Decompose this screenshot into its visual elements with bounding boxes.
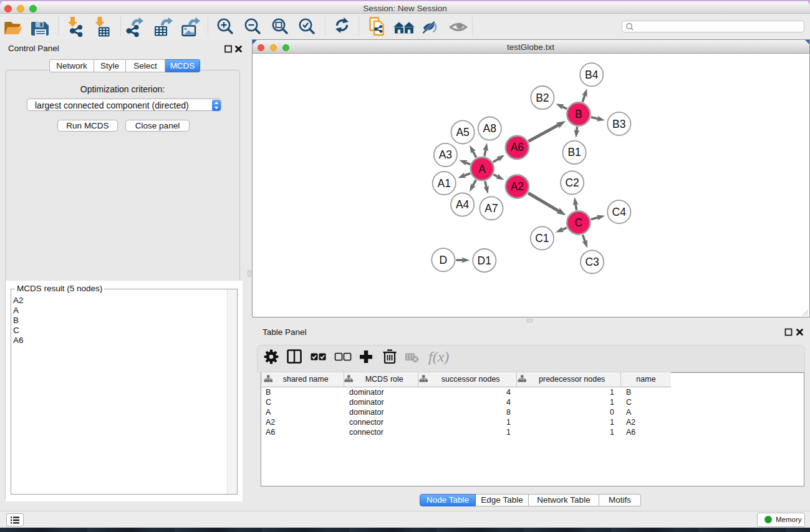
- svg-text:D1: D1: [478, 254, 491, 267]
- svg-text:A1: A1: [437, 177, 450, 190]
- svg-text:B: B: [575, 108, 582, 120]
- svg-text:C3: C3: [585, 256, 599, 268]
- svg-text:A5: A5: [456, 126, 469, 138]
- svg-text:C4: C4: [612, 206, 627, 218]
- svg-text:A4: A4: [456, 198, 470, 211]
- svg-text:B1: B1: [567, 146, 581, 158]
- svg-text:D: D: [440, 254, 448, 266]
- svg-text:B4: B4: [585, 69, 599, 81]
- svg-text:C1: C1: [535, 232, 549, 244]
- svg-text:C2: C2: [565, 177, 579, 189]
- svg-text:A2: A2: [511, 180, 524, 193]
- svg-text:B2: B2: [536, 92, 549, 104]
- svg-text:A: A: [478, 163, 486, 175]
- svg-text:B3: B3: [612, 118, 625, 130]
- svg-text:A8: A8: [483, 122, 496, 135]
- svg-text:A7: A7: [485, 202, 498, 215]
- svg-text:A3: A3: [439, 148, 452, 161]
- svg-text:C: C: [574, 216, 582, 229]
- svg-text:A6: A6: [511, 141, 524, 153]
